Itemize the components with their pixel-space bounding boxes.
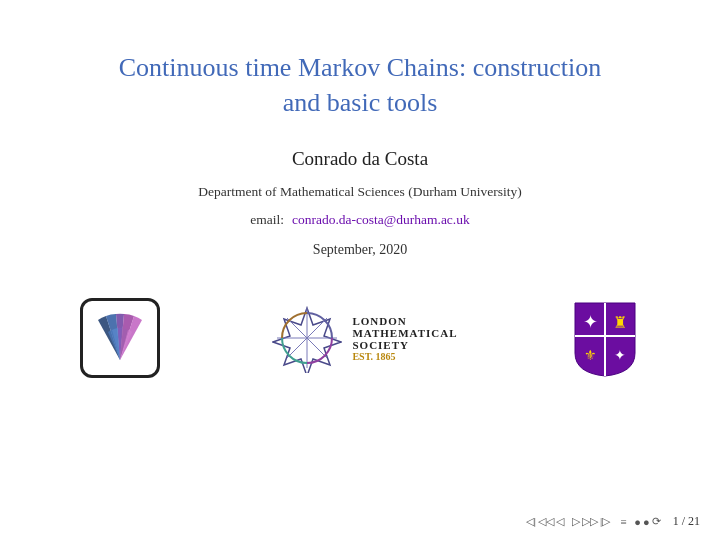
nav-next-icon[interactable]: ▷ — [572, 515, 580, 528]
author-name: Conrado da Costa — [292, 148, 428, 170]
nav-prev-icon[interactable]: ◁ — [556, 515, 564, 528]
lms-text: LONDON MATHEMATICAL SOCIETY EST. 1865 — [352, 315, 457, 362]
durham-logo-svg — [90, 308, 150, 368]
svg-text:♜: ♜ — [613, 314, 627, 331]
svg-text:⚜: ⚜ — [584, 348, 597, 363]
date: September, 2020 — [313, 242, 407, 258]
nav-bookmark-icon[interactable]: ≡ — [620, 516, 626, 528]
svg-text:✦: ✦ — [614, 348, 626, 363]
nav-dot3[interactable]: ⟳ — [652, 515, 661, 528]
lms-est: EST. 1865 — [352, 351, 457, 362]
department: Department of Mathematical Sciences (Dur… — [198, 184, 522, 200]
svg-text:✦: ✦ — [583, 312, 598, 332]
nav-next-page-icon[interactable]: ▷▷ — [582, 515, 598, 528]
nav-prev-page-icon[interactable]: ◁◁ — [538, 515, 554, 528]
email-label: email: — [250, 212, 284, 228]
nav-last-icon[interactable]: |▷ — [600, 515, 610, 528]
email-link[interactable]: conrado.da-costa@durham.ac.uk — [292, 212, 470, 228]
page-number: 1 / 21 — [673, 514, 700, 529]
nav-first-icon[interactable]: ◁| — [526, 515, 536, 528]
lms-line1: LONDON — [352, 315, 457, 327]
lms-line2: MATHEMATICAL — [352, 327, 457, 339]
email-row: email: conrado.da-costa@durham.ac.uk — [250, 212, 470, 228]
slide: Continuous time Markov Chains: construct… — [0, 0, 720, 541]
nav-dot1[interactable]: ● — [634, 516, 641, 528]
logos-row: LONDON MATHEMATICAL SOCIETY EST. 1865 ✦ … — [60, 298, 660, 378]
lms-logo: LONDON MATHEMATICAL SOCIETY EST. 1865 — [272, 303, 457, 373]
nav-bar: ◁| ◁◁ ◁ ▷ ▷▷ |▷ ≡ ● ● ⟳ 1 / 21 — [526, 514, 700, 529]
lms-star-svg — [272, 303, 342, 373]
lms-line3: SOCIETY — [352, 339, 457, 351]
title-line1: Continuous time Markov Chains: construct… — [119, 53, 601, 82]
durham-shield-svg: ✦ ♜ ⚜ ✦ — [570, 298, 640, 378]
nav-icons: ◁| ◁◁ ◁ ▷ ▷▷ |▷ ≡ ● ● ⟳ — [526, 515, 661, 528]
durham-logo — [80, 298, 160, 378]
slide-title: Continuous time Markov Chains: construct… — [119, 50, 601, 120]
title-line2: and basic tools — [283, 88, 438, 117]
nav-dot2[interactable]: ● — [643, 516, 650, 528]
